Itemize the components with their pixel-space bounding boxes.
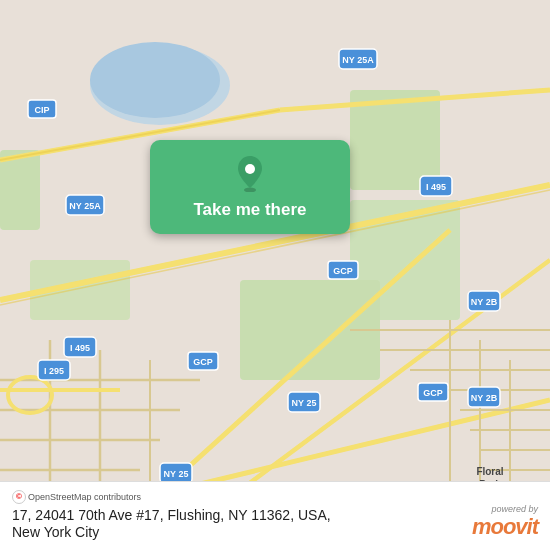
svg-text:NY 25A: NY 25A (342, 55, 374, 65)
svg-text:NY 25A: NY 25A (69, 201, 101, 211)
svg-point-65 (245, 164, 255, 174)
map-container: NY 25A NY 25A I 495 I 495 I 295 GCP GCP … (0, 0, 550, 550)
info-bar: © OpenStreetMap contributors 17, 24041 7… (0, 481, 550, 550)
svg-text:I 495: I 495 (70, 343, 90, 353)
svg-point-64 (244, 188, 256, 193)
svg-text:I 495: I 495 (426, 182, 446, 192)
osm-label: OpenStreetMap contributors (28, 492, 141, 502)
svg-point-35 (8, 377, 52, 413)
osm-attribution: © OpenStreetMap contributors (12, 490, 141, 504)
svg-text:GCP: GCP (423, 388, 443, 398)
take-me-there-button[interactable]: Take me there (150, 140, 350, 234)
osm-circle-icon: © (12, 490, 26, 504)
svg-rect-2 (0, 150, 40, 230)
svg-text:Floral: Floral (476, 466, 503, 477)
svg-text:GCP: GCP (333, 266, 353, 276)
svg-text:NY 2B: NY 2B (471, 393, 498, 403)
svg-text:I 295: I 295 (44, 366, 64, 376)
svg-text:CIP: CIP (34, 105, 49, 115)
map-svg: NY 25A NY 25A I 495 I 495 I 295 GCP GCP … (0, 0, 550, 550)
moovit-logo: powered by moovit (472, 504, 538, 540)
svg-text:GCP: GCP (193, 357, 213, 367)
address-line1: 17, 24041 70th Ave #17, Flushing, NY 113… (12, 506, 538, 524)
take-me-there-wrapper: Take me there (140, 140, 360, 234)
svg-text:NY 2B: NY 2B (471, 297, 498, 307)
svg-text:NY 25: NY 25 (292, 398, 317, 408)
moovit-label: moovit (472, 514, 538, 540)
address-line2: New York City (12, 524, 538, 540)
svg-point-1 (90, 42, 220, 118)
take-me-there-label: Take me there (193, 200, 306, 220)
map-pin-icon (236, 156, 264, 192)
svg-text:NY 25: NY 25 (164, 469, 189, 479)
